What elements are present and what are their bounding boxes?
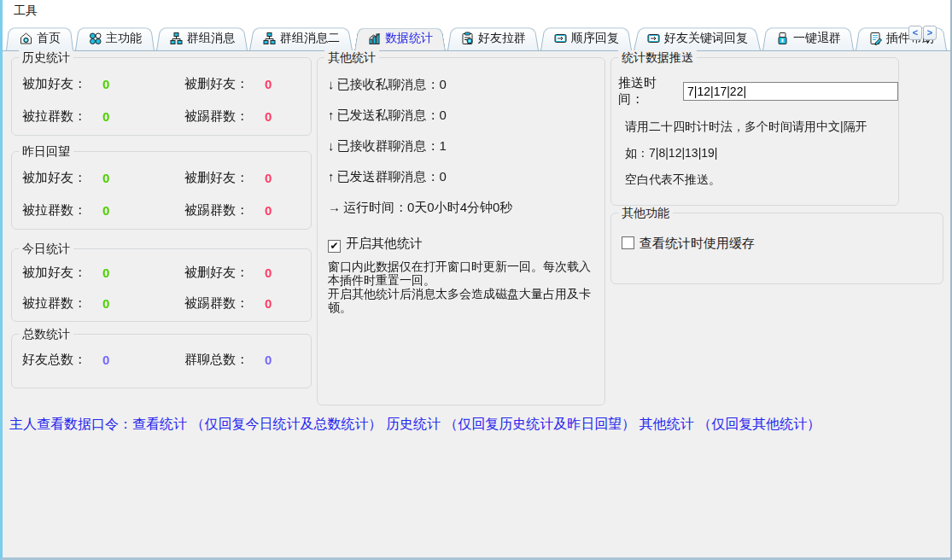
owner-command-hint: 主人查看数据口令：查看统计 （仅回复今日统计及总数统计） 历史统计 （仅回复历史… bbox=[9, 416, 821, 434]
stat-label: 被删好友： bbox=[184, 76, 265, 92]
stat-value: 0 bbox=[265, 77, 311, 91]
mail-reply-icon bbox=[553, 32, 568, 45]
menu-bar: 工具 bbox=[3, 0, 950, 22]
tab-label: 一键退群 bbox=[793, 31, 841, 46]
push-hint-example: 如：7|8|12|13|19| bbox=[625, 146, 886, 160]
stat-value: 0 bbox=[265, 265, 311, 280]
stat-value: 0 bbox=[265, 353, 311, 367]
checkbox-label: 开启其他统计 bbox=[346, 236, 423, 250]
group-title: 昨日回望 bbox=[19, 144, 73, 160]
stat-label: 已发送私聊消息： bbox=[337, 108, 440, 122]
stat-value: 0 bbox=[265, 109, 311, 124]
group-title: 统计数据推送 bbox=[618, 50, 697, 66]
stat-value: 0 bbox=[102, 353, 184, 367]
total-stats-group: 总数统计 好友总数： 0 群聊总数： 0 bbox=[11, 334, 312, 388]
stat-value: 0 bbox=[102, 171, 184, 185]
tab-data-statistics[interactable]: 数据统计 bbox=[354, 26, 446, 50]
down-arrow-icon: ↓ bbox=[328, 138, 335, 153]
stat-label: 被加好友： bbox=[22, 170, 102, 186]
tab-group-messages-2[interactable]: 群组消息二 bbox=[249, 26, 353, 50]
stat-value: 0 bbox=[265, 203, 311, 218]
stat-line: ↑已发送群聊消息：0 bbox=[328, 169, 604, 184]
tab-strip: 首页 主功能 群组消息 群组消息二 数据统计 bbox=[3, 22, 950, 51]
other-stats-note-1: 窗口内此数据仅在打开窗口时更新一回。每次载入本插件时重置一回。 bbox=[328, 260, 596, 287]
stat-value: 1 bbox=[440, 138, 447, 153]
stat-value: 0 bbox=[440, 108, 447, 122]
stat-value: 0 bbox=[265, 296, 311, 311]
stat-label: 被删好友： bbox=[184, 265, 265, 281]
tab-main-functions[interactable]: 主功能 bbox=[75, 26, 155, 50]
use-cache-row: 查看统计时使用缓存 bbox=[622, 236, 943, 252]
bar-chart-icon bbox=[367, 32, 382, 45]
group-title: 其他功能 bbox=[618, 206, 673, 221]
stat-label: 已接收群聊消息： bbox=[337, 138, 440, 153]
tab-label: 顺序回复 bbox=[571, 31, 619, 46]
other-stats-note-2: 开启其他统计后消息太多会造成磁盘大量占用及卡顿。 bbox=[328, 287, 596, 314]
stat-label: 被加好友： bbox=[22, 265, 102, 281]
tab-scroll-right-icon[interactable]: > bbox=[923, 26, 937, 40]
other-stats-group: 其他统计 ↓已接收私聊消息：0 ↑已发送私聊消息：0 ↓已接收群聊消息：1 ↑已… bbox=[317, 57, 605, 405]
exit-group-icon bbox=[775, 32, 790, 45]
stat-label: 被踢群数： bbox=[184, 202, 265, 219]
stat-label: 被踢群数： bbox=[184, 108, 265, 125]
tab-quit-group[interactable]: 一键退群 bbox=[762, 26, 854, 50]
stat-label: 已发送群聊消息： bbox=[337, 169, 440, 184]
group-title: 总数统计 bbox=[19, 327, 73, 342]
use-cache-checkbox[interactable] bbox=[622, 236, 634, 249]
stat-value: 0 bbox=[102, 203, 184, 218]
checkbox-label: 查看统计时使用缓存 bbox=[640, 236, 755, 250]
home-icon bbox=[19, 32, 33, 45]
history-stats-group: 历史统计 被加好友： 0 被删好友： 0 被拉群数： 0 被踢群数： 0 bbox=[11, 57, 312, 136]
tab-friend-keyword-reply[interactable]: 好友关键词回复 bbox=[634, 26, 761, 50]
push-time-label: 推送时间： bbox=[618, 75, 680, 108]
tab-scroll-left-icon[interactable]: < bbox=[908, 26, 922, 40]
yesterday-stats-group: 昨日回望 被加好友： 0 被删好友： 0 被拉群数： 0 被踢群数： 0 bbox=[11, 151, 312, 230]
stat-value: 0 bbox=[102, 296, 184, 311]
stat-label: 被拉群数： bbox=[22, 295, 102, 312]
stat-line: ↑已发送私聊消息：0 bbox=[328, 108, 604, 123]
push-hint-format: 请用二十四时计时法，多个时间请用中文|隔开 bbox=[625, 120, 886, 134]
tab-friend-pull-group[interactable]: 好友拉群 bbox=[447, 26, 539, 50]
group-title: 今日统计 bbox=[19, 242, 73, 257]
tab-label: 首页 bbox=[37, 31, 61, 46]
stat-label: 已接收私聊消息： bbox=[337, 77, 440, 91]
tab-label: 数据统计 bbox=[385, 31, 433, 46]
mail-reply-icon bbox=[646, 32, 661, 45]
up-arrow-icon: ↑ bbox=[328, 169, 335, 184]
clipboard-gear-icon bbox=[460, 32, 475, 45]
enable-other-stats-checkbox[interactable]: ✔ bbox=[328, 240, 341, 253]
tab-scroll-buttons: < > bbox=[908, 26, 937, 40]
group-title: 历史统计 bbox=[19, 50, 73, 66]
grid-circles-icon bbox=[88, 32, 102, 45]
stat-value: 0 bbox=[102, 109, 184, 124]
tab-label: 主功能 bbox=[106, 31, 142, 46]
stat-value: 0 bbox=[440, 169, 447, 184]
tab-label: 群组消息二 bbox=[280, 31, 340, 46]
stat-value: 0 bbox=[440, 77, 447, 91]
stat-label: 被拉群数： bbox=[22, 108, 102, 125]
stat-label: 运行时间： bbox=[343, 200, 407, 214]
sitemap-icon bbox=[169, 32, 184, 45]
group-title: 其他统计 bbox=[324, 50, 379, 66]
stat-line: →运行时间：0天0小时4分钟0秒 bbox=[328, 200, 604, 215]
stat-line: ↓已接收群聊消息：1 bbox=[328, 138, 604, 154]
sitemap-icon bbox=[262, 32, 277, 45]
stat-label: 被踢群数： bbox=[184, 295, 265, 312]
stat-label: 被删好友： bbox=[184, 170, 265, 186]
push-time-input[interactable] bbox=[683, 82, 898, 101]
stat-label: 被拉群数： bbox=[22, 202, 102, 219]
tab-label: 好友关键词回复 bbox=[664, 31, 748, 46]
right-arrow-icon: → bbox=[328, 200, 341, 214]
stats-push-group: 统计数据推送 推送时间： 请用二十四时计时法，多个时间请用中文|隔开 如：7|8… bbox=[610, 57, 899, 206]
push-time-row: 推送时间： bbox=[618, 75, 898, 108]
stat-value: 0天0小时4分钟0秒 bbox=[407, 200, 512, 214]
stat-label: 好友总数： bbox=[22, 352, 102, 368]
tab-sequential-reply[interactable]: 顺序回复 bbox=[540, 26, 632, 50]
tab-group-messages[interactable]: 群组消息 bbox=[156, 26, 248, 50]
tab-label: 好友拉群 bbox=[478, 31, 526, 46]
stat-line: ↓已接收私聊消息：0 bbox=[328, 77, 604, 92]
menu-tools[interactable]: 工具 bbox=[10, 2, 41, 20]
tab-label: 群组消息 bbox=[187, 31, 235, 46]
tab-home[interactable]: 首页 bbox=[6, 26, 73, 50]
push-hint-empty: 空白代表不推送。 bbox=[625, 172, 886, 187]
